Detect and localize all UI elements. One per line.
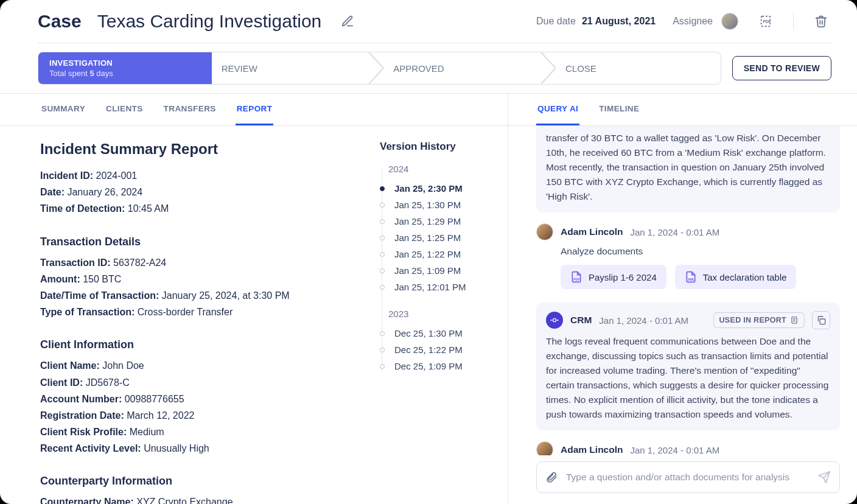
tab-clients[interactable]: CLIENTS	[105, 94, 144, 125]
svg-text:XML: XML	[688, 278, 695, 281]
label: Amount:	[40, 274, 80, 284]
version-year: 2023	[388, 309, 494, 319]
label: Counterparty Name:	[40, 497, 134, 504]
send-icon[interactable]	[817, 471, 831, 484]
label: Transaction ID:	[40, 257, 111, 268]
case-label: Case	[38, 11, 82, 32]
section-transaction-details: Transaction Details	[40, 236, 368, 248]
due-date: Due date 21 August, 2021	[536, 16, 656, 27]
assignee[interactable]: Assignee	[673, 13, 738, 30]
stage-close[interactable]: CLOSE	[548, 52, 721, 84]
version-label: Jan 25, 1:09 PM	[394, 265, 461, 276]
used-in-report-badge[interactable]: USED IN REPORT	[713, 312, 805, 328]
version-label: Dec 25, 1:09 PM	[394, 361, 463, 371]
stage-label: INVESTIGATION	[49, 58, 196, 68]
author-name: CRM	[570, 315, 592, 326]
attachment-label: Tax declaration table	[703, 272, 787, 282]
version-item[interactable]: Jan 25, 1:29 PM	[388, 213, 494, 229]
version-label: Jan 25, 1:29 PM	[394, 216, 461, 226]
version-label: Dec 25, 1:30 PM	[394, 328, 463, 338]
stage-pipeline: INVESTIGATION Total spent 5 days REVIEW …	[38, 52, 721, 85]
value: January 25, 2024, at 3:30 PM	[162, 290, 290, 301]
version-year: 2024	[388, 164, 494, 174]
composer-input[interactable]	[565, 471, 810, 483]
value: JD5678-C	[86, 377, 130, 388]
label: Registration Date:	[40, 410, 124, 421]
value: 150 BTC	[83, 274, 121, 284]
version-item[interactable]: Jan 25, 12:01 PM	[388, 279, 494, 295]
tab-summary[interactable]: SUMMARY	[40, 94, 86, 125]
value: 10:45 AM	[128, 203, 169, 214]
version-label: Jan 25, 2:30 PM	[394, 183, 463, 194]
version-label: Jan 25, 1:25 PM	[394, 233, 461, 243]
chat-thread: transfer of 30 BTC to a wallet tagged as…	[508, 126, 857, 455]
crm-message: CRM Jan 1, 2024 - 0:01 AM USED IN REPORT…	[536, 303, 840, 430]
attachment-chip[interactable]: PDF Payslip 1-6 2024	[561, 265, 666, 289]
ai-response-fragment: transfer of 30 BTC to a wallet tagged as…	[536, 126, 840, 212]
chat-message: Adam Lincoln Jan 1, 2024 - 0:01 AM Has t…	[536, 441, 840, 455]
edit-icon[interactable]	[337, 11, 358, 32]
tab-report[interactable]: REPORT	[236, 94, 274, 125]
copy-icon[interactable]	[812, 311, 830, 329]
version-history-panel: Version History 2024 Jan 25, 2:30 PM Jan…	[380, 126, 508, 504]
stage-label: CLOSE	[565, 63, 712, 74]
stage-label: APPROVED	[393, 63, 540, 74]
value: John Doe	[102, 360, 144, 371]
version-item[interactable]: Dec 25, 1:09 PM	[388, 358, 494, 374]
message-text: Analyze documents	[561, 244, 840, 259]
label: Client Risk Profile:	[40, 427, 127, 437]
value: Unusually High	[144, 443, 209, 453]
author-name: Adam Lincoln	[561, 444, 623, 455]
attachment-chip[interactable]: XML Tax declaration table	[675, 265, 797, 289]
stage-investigation[interactable]: INVESTIGATION Total spent 5 days	[38, 52, 205, 84]
stage-subtext: Total spent 5 days	[49, 69, 196, 78]
version-item[interactable]: Dec 25, 1:22 PM	[388, 341, 494, 358]
send-to-review-button[interactable]: SEND TO REVIEW	[732, 56, 831, 80]
badge-label: USED IN REPORT	[719, 316, 786, 324]
value: 00988776655	[125, 394, 184, 404]
value: 2024-001	[96, 170, 138, 181]
svg-point-5	[553, 318, 556, 321]
assignee-label: Assignee	[673, 16, 713, 27]
attachment-label: Payslip 1-6 2024	[589, 272, 657, 282]
section-client-information: Client Information	[40, 338, 368, 351]
avatar	[536, 441, 553, 455]
author-name: Adam Lincoln	[561, 226, 623, 237]
version-item[interactable]: Jan 25, 2:30 PM	[388, 180, 494, 197]
avatar	[536, 223, 553, 240]
report-title: Incident Summary Report	[40, 141, 368, 158]
label: Client ID:	[40, 377, 83, 388]
version-item[interactable]: Jan 25, 1:09 PM	[388, 262, 494, 279]
label: Client Name:	[40, 360, 100, 371]
attach-icon[interactable]	[545, 471, 558, 483]
stage-label: REVIEW	[222, 63, 368, 74]
label: Date:	[40, 187, 65, 197]
tab-timeline[interactable]: TIMELINE	[598, 94, 640, 125]
pdf-icon[interactable]: PDF	[755, 11, 776, 32]
label: Account Number:	[40, 394, 122, 404]
section-counterparty-information: Counterparty Information	[40, 475, 368, 488]
version-item[interactable]: Jan 25, 1:30 PM	[388, 197, 494, 213]
label: Incident ID:	[40, 170, 93, 181]
value: Medium	[130, 427, 164, 437]
version-label: Jan 25, 1:30 PM	[394, 200, 461, 210]
value: March 12, 2022	[127, 410, 194, 421]
svg-marker-2	[197, 52, 212, 84]
value: Cross-border Transfer	[138, 307, 233, 317]
version-label: Jan 25, 12:01 PM	[394, 282, 466, 292]
composer[interactable]	[536, 461, 840, 493]
value: January 26, 2024	[67, 187, 142, 197]
label: Time of Detection:	[40, 203, 125, 214]
label: Recent Activity Level:	[40, 443, 141, 453]
tab-transfers[interactable]: TRANSFERS	[163, 94, 217, 125]
message-text: The logs reveal frequent communications …	[546, 334, 830, 422]
stage-approved[interactable]: APPROVED	[376, 52, 548, 84]
due-date-value: 21 August, 2021	[582, 16, 656, 27]
stage-review[interactable]: REVIEW	[205, 52, 377, 84]
trash-icon[interactable]	[811, 11, 831, 32]
version-item[interactable]: Jan 25, 1:22 PM	[388, 246, 494, 262]
version-item[interactable]: Jan 25, 1:25 PM	[388, 229, 494, 246]
tab-query-ai[interactable]: QUERY AI	[536, 94, 579, 125]
version-item[interactable]: Dec 25, 1:30 PM	[388, 325, 494, 341]
timestamp: Jan 1, 2024 - 0:01 AM	[630, 445, 719, 455]
